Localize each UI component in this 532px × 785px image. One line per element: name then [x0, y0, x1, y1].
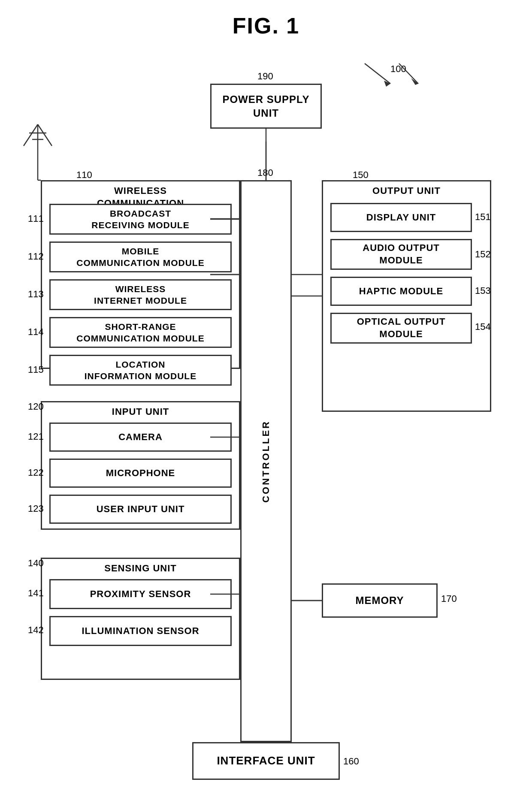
svg-marker-6: [384, 81, 390, 87]
display-box: DISPLAY UNIT: [330, 203, 472, 232]
output-unit-label: OUTPUT UNIT: [372, 185, 441, 197]
optical-output-label: OPTICAL OUTPUT MODULE: [357, 316, 446, 340]
broadcast-label: BROADCAST RECEIVING MODULE: [91, 208, 189, 231]
power-supply-box: POWER SUPPLY UNIT: [210, 84, 322, 129]
ref-141: 141: [28, 588, 44, 599]
optical-output-box: OPTICAL OUTPUT MODULE: [330, 313, 472, 344]
ref-140: 140: [28, 558, 44, 569]
display-label: DISPLAY UNIT: [366, 211, 436, 224]
ref-153: 153: [475, 285, 491, 296]
haptic-label: HAPTIC MODULE: [359, 285, 443, 298]
proximity-label: PROXIMITY SENSOR: [90, 588, 191, 601]
haptic-box: HAPTIC MODULE: [330, 277, 472, 306]
ref-114: 114: [28, 326, 44, 338]
audio-output-label: AUDIO OUTPUT MODULE: [363, 242, 439, 266]
ref-152: 152: [475, 249, 491, 260]
ref-121: 121: [28, 431, 44, 442]
ref-150: 150: [353, 169, 369, 181]
svg-line-1: [38, 124, 52, 146]
ref-170: 170: [441, 593, 457, 604]
ref-160: 160: [343, 756, 359, 767]
wireless-internet-box: WIRELESS INTERNET MODULE: [49, 279, 232, 310]
camera-label: CAMERA: [118, 431, 163, 444]
ref-180: 180: [257, 167, 273, 178]
memory-label: MEMORY: [355, 594, 404, 607]
broadcast-box: BROADCAST RECEIVING MODULE: [49, 204, 232, 235]
ref-151: 151: [475, 211, 491, 223]
ref-123: 123: [28, 503, 44, 514]
ref-142: 142: [28, 625, 44, 636]
proximity-box: PROXIMITY SENSOR: [49, 579, 232, 609]
figure-title: FIG. 1: [233, 13, 299, 39]
ref-111: 111: [28, 213, 44, 224]
ref-190: 190: [257, 71, 273, 82]
ref-113: 113: [28, 289, 44, 300]
interface-unit-box: INTERFACE UNIT: [192, 742, 340, 780]
mobile-comm-box: MOBILE COMMUNICATION MODULE: [49, 242, 232, 272]
ref-115: 115: [28, 364, 44, 375]
location-box: LOCATION INFORMATION MODULE: [49, 355, 232, 386]
microphone-box: MICROPHONE: [49, 459, 232, 488]
input-unit-label: INPUT UNIT: [112, 406, 169, 418]
interface-unit-label: INTERFACE UNIT: [217, 754, 315, 768]
microphone-label: MICROPHONE: [106, 467, 175, 480]
controller-label: CONTROLLER: [260, 420, 272, 503]
wireless-internet-label: WIRELESS INTERNET MODULE: [94, 283, 187, 307]
ref-100: 100: [390, 63, 406, 75]
svg-marker-32: [411, 78, 418, 85]
ref-122: 122: [28, 467, 44, 478]
short-range-label: SHORT-RANGE COMMUNICATION MODULE: [76, 321, 204, 344]
ref-120: 120: [28, 401, 44, 412]
mobile-comm-label: MOBILE COMMUNICATION MODULE: [76, 245, 204, 269]
ref-110: 110: [76, 169, 92, 181]
user-input-label: USER INPUT UNIT: [97, 503, 185, 516]
audio-output-box: AUDIO OUTPUT MODULE: [330, 239, 472, 270]
sensing-unit-label: SENSING UNIT: [104, 562, 176, 575]
location-label: LOCATION INFORMATION MODULE: [85, 359, 196, 382]
ref-154: 154: [475, 321, 491, 332]
svg-line-5: [365, 63, 390, 84]
camera-box: CAMERA: [49, 423, 232, 452]
power-supply-label: POWER SUPPLY UNIT: [222, 93, 309, 119]
user-input-box: USER INPUT UNIT: [49, 495, 232, 524]
controller-box: CONTROLLER: [240, 180, 292, 742]
memory-box: MEMORY: [322, 583, 438, 618]
ref-112: 112: [28, 251, 44, 262]
short-range-box: SHORT-RANGE COMMUNICATION MODULE: [49, 317, 232, 348]
svg-line-0: [24, 124, 38, 146]
illumination-box: ILLUMINATION SENSOR: [49, 616, 232, 646]
illumination-label: ILLUMINATION SENSOR: [82, 625, 199, 637]
